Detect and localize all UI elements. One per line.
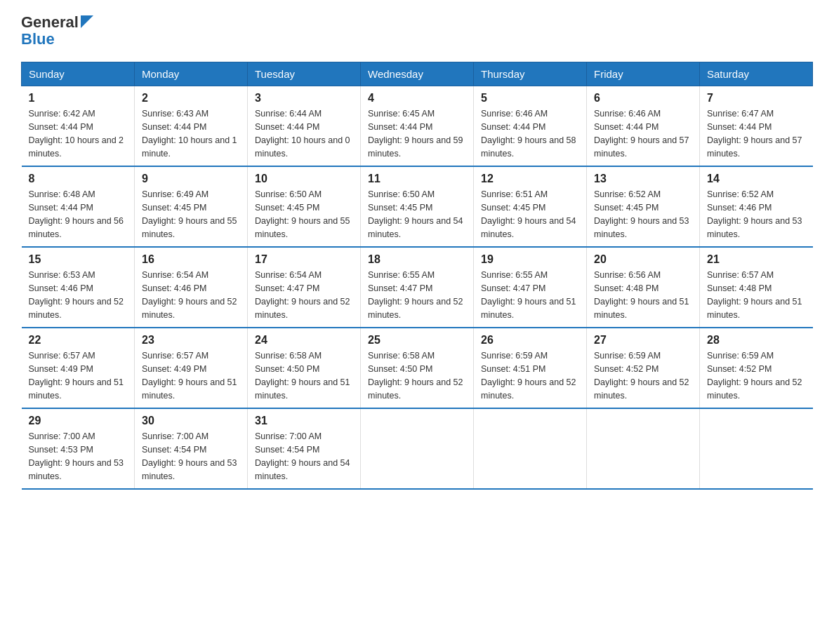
day-info: Sunrise: 6:58 AMSunset: 4:50 PMDaylight:…	[255, 349, 353, 402]
day-number: 26	[481, 334, 579, 347]
day-number: 13	[594, 173, 692, 185]
day-info: Sunrise: 6:58 AMSunset: 4:50 PMDaylight:…	[368, 349, 466, 402]
day-info: Sunrise: 6:59 AMSunset: 4:51 PMDaylight:…	[481, 349, 579, 402]
day-number: 29	[29, 415, 128, 427]
calendar-cell: 19Sunrise: 6:55 AMSunset: 4:47 PMDayligh…	[474, 247, 587, 328]
calendar-cell: 14Sunrise: 6:52 AMSunset: 4:46 PMDayligh…	[700, 166, 813, 247]
svg-marker-0	[81, 15, 93, 28]
calendar-cell: 1Sunrise: 6:42 AMSunset: 4:44 PMDaylight…	[22, 86, 135, 167]
day-info: Sunrise: 6:57 AMSunset: 4:49 PMDaylight:…	[29, 349, 128, 402]
weekday-header-sunday: Sunday	[22, 62, 135, 86]
day-number: 24	[255, 334, 353, 347]
day-info: Sunrise: 6:45 AMSunset: 4:44 PMDaylight:…	[368, 107, 466, 160]
calendar-cell	[474, 408, 587, 489]
day-number: 30	[142, 415, 240, 427]
calendar-cell	[587, 408, 700, 489]
calendar-cell: 26Sunrise: 6:59 AMSunset: 4:51 PMDayligh…	[474, 328, 587, 408]
day-info: Sunrise: 6:52 AMSunset: 4:45 PMDaylight:…	[594, 188, 692, 241]
day-number: 19	[481, 253, 579, 266]
week-row-5: 29Sunrise: 7:00 AMSunset: 4:53 PMDayligh…	[22, 408, 813, 489]
weekday-header-tuesday: Tuesday	[248, 62, 361, 86]
calendar-cell: 23Sunrise: 6:57 AMSunset: 4:49 PMDayligh…	[135, 328, 248, 408]
day-number: 27	[594, 334, 692, 347]
day-info: Sunrise: 6:42 AMSunset: 4:44 PMDaylight:…	[29, 107, 128, 160]
calendar-cell	[700, 408, 813, 489]
day-number: 21	[707, 253, 806, 266]
day-number: 31	[255, 415, 353, 427]
day-info: Sunrise: 6:57 AMSunset: 4:49 PMDaylight:…	[142, 349, 240, 402]
calendar-cell: 27Sunrise: 6:59 AMSunset: 4:52 PMDayligh…	[587, 328, 700, 408]
calendar-cell: 9Sunrise: 6:49 AMSunset: 4:45 PMDaylight…	[135, 166, 248, 247]
day-number: 7	[707, 92, 806, 105]
day-number: 3	[255, 92, 353, 105]
calendar-table: SundayMondayTuesdayWednesdayThursdayFrid…	[21, 62, 813, 490]
day-number: 4	[368, 92, 466, 105]
calendar-cell: 4Sunrise: 6:45 AMSunset: 4:44 PMDaylight…	[361, 86, 474, 167]
calendar-cell: 31Sunrise: 7:00 AMSunset: 4:54 PMDayligh…	[248, 408, 361, 489]
day-info: Sunrise: 6:49 AMSunset: 4:45 PMDaylight:…	[142, 188, 240, 241]
calendar-cell	[361, 408, 474, 489]
day-number: 14	[707, 173, 806, 185]
day-number: 23	[142, 334, 240, 347]
week-row-1: 1Sunrise: 6:42 AMSunset: 4:44 PMDaylight…	[22, 86, 813, 167]
weekday-header-monday: Monday	[135, 62, 248, 86]
weekday-header-thursday: Thursday	[474, 62, 587, 86]
calendar-cell: 17Sunrise: 6:54 AMSunset: 4:47 PMDayligh…	[248, 247, 361, 328]
weekday-header-saturday: Saturday	[700, 62, 813, 86]
day-number: 17	[255, 253, 353, 266]
day-info: Sunrise: 6:59 AMSunset: 4:52 PMDaylight:…	[707, 349, 806, 402]
day-info: Sunrise: 7:00 AMSunset: 4:53 PMDaylight:…	[29, 430, 128, 483]
day-number: 11	[368, 173, 466, 185]
day-number: 8	[29, 173, 128, 185]
logo-blue-text: Blue	[21, 30, 55, 48]
calendar-cell: 29Sunrise: 7:00 AMSunset: 4:53 PMDayligh…	[22, 408, 135, 489]
day-number: 20	[594, 253, 692, 266]
day-number: 18	[368, 253, 466, 266]
calendar-cell: 8Sunrise: 6:48 AMSunset: 4:44 PMDaylight…	[22, 166, 135, 247]
week-row-2: 8Sunrise: 6:48 AMSunset: 4:44 PMDaylight…	[22, 166, 813, 247]
logo: General Blue	[21, 14, 93, 48]
calendar-cell: 18Sunrise: 6:55 AMSunset: 4:47 PMDayligh…	[361, 247, 474, 328]
calendar-cell: 3Sunrise: 6:44 AMSunset: 4:44 PMDaylight…	[248, 86, 361, 167]
weekday-header-wednesday: Wednesday	[361, 62, 474, 86]
calendar-cell: 24Sunrise: 6:58 AMSunset: 4:50 PMDayligh…	[248, 328, 361, 408]
day-info: Sunrise: 6:59 AMSunset: 4:52 PMDaylight:…	[594, 349, 692, 402]
calendar-cell: 6Sunrise: 6:46 AMSunset: 4:44 PMDaylight…	[587, 86, 700, 167]
day-number: 12	[481, 173, 579, 185]
day-info: Sunrise: 6:55 AMSunset: 4:47 PMDaylight:…	[368, 269, 466, 321]
week-row-4: 22Sunrise: 6:57 AMSunset: 4:49 PMDayligh…	[22, 328, 813, 408]
day-info: Sunrise: 6:52 AMSunset: 4:46 PMDaylight:…	[707, 188, 806, 241]
calendar-cell: 5Sunrise: 6:46 AMSunset: 4:44 PMDaylight…	[474, 86, 587, 167]
day-number: 6	[594, 92, 692, 105]
day-info: Sunrise: 6:55 AMSunset: 4:47 PMDaylight:…	[481, 269, 579, 321]
calendar-cell: 25Sunrise: 6:58 AMSunset: 4:50 PMDayligh…	[361, 328, 474, 408]
calendar-cell: 2Sunrise: 6:43 AMSunset: 4:44 PMDaylight…	[135, 86, 248, 167]
logo-arrow-icon	[81, 15, 93, 31]
day-info: Sunrise: 6:43 AMSunset: 4:44 PMDaylight:…	[142, 107, 240, 160]
calendar-cell: 11Sunrise: 6:50 AMSunset: 4:45 PMDayligh…	[361, 166, 474, 247]
day-info: Sunrise: 6:53 AMSunset: 4:46 PMDaylight:…	[29, 269, 128, 321]
weekday-header-row: SundayMondayTuesdayWednesdayThursdayFrid…	[22, 62, 813, 86]
day-number: 1	[29, 92, 128, 105]
logo-general-text: General	[21, 14, 79, 31]
day-info: Sunrise: 6:50 AMSunset: 4:45 PMDaylight:…	[255, 188, 353, 241]
day-number: 15	[29, 253, 128, 266]
day-number: 9	[142, 173, 240, 185]
day-info: Sunrise: 6:57 AMSunset: 4:48 PMDaylight:…	[707, 269, 806, 321]
day-info: Sunrise: 6:46 AMSunset: 4:44 PMDaylight:…	[481, 107, 579, 160]
calendar-cell: 30Sunrise: 7:00 AMSunset: 4:54 PMDayligh…	[135, 408, 248, 489]
day-number: 28	[707, 334, 806, 347]
day-info: Sunrise: 6:48 AMSunset: 4:44 PMDaylight:…	[29, 188, 128, 241]
calendar-cell: 21Sunrise: 6:57 AMSunset: 4:48 PMDayligh…	[700, 247, 813, 328]
day-info: Sunrise: 6:56 AMSunset: 4:48 PMDaylight:…	[594, 269, 692, 321]
calendar-cell: 12Sunrise: 6:51 AMSunset: 4:45 PMDayligh…	[474, 166, 587, 247]
day-number: 22	[29, 334, 128, 347]
day-info: Sunrise: 6:51 AMSunset: 4:45 PMDaylight:…	[481, 188, 579, 241]
calendar-cell: 15Sunrise: 6:53 AMSunset: 4:46 PMDayligh…	[22, 247, 135, 328]
day-number: 10	[255, 173, 353, 185]
calendar-cell: 10Sunrise: 6:50 AMSunset: 4:45 PMDayligh…	[248, 166, 361, 247]
day-number: 25	[368, 334, 466, 347]
day-number: 2	[142, 92, 240, 105]
day-number: 5	[481, 92, 579, 105]
day-info: Sunrise: 6:44 AMSunset: 4:44 PMDaylight:…	[255, 107, 353, 160]
